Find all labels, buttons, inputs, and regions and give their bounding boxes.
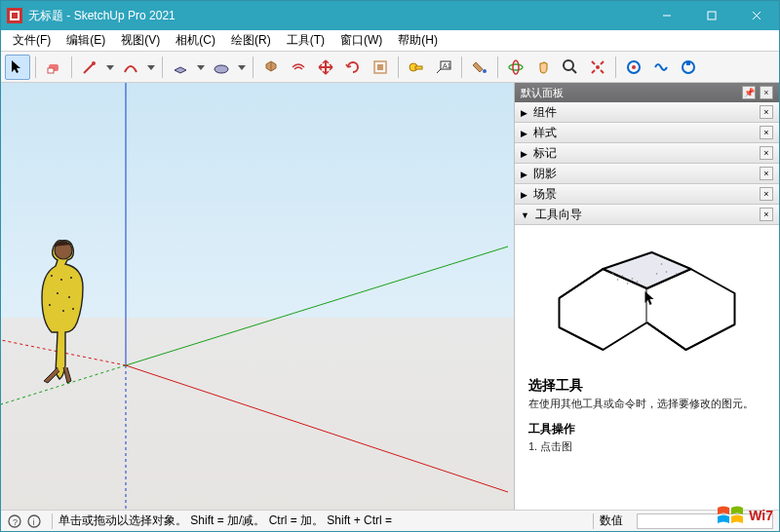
- rotate-tool[interactable]: [340, 55, 366, 80]
- section-close-button[interactable]: ×: [760, 187, 773, 201]
- scale-tool[interactable]: [368, 55, 393, 80]
- svg-point-17: [483, 69, 487, 73]
- svg-point-42: [612, 273, 614, 275]
- status-separator: [593, 513, 594, 529]
- menu-help[interactable]: 帮助(H): [390, 30, 446, 51]
- svg-rect-14: [415, 66, 422, 69]
- offset-tool[interactable]: [286, 55, 311, 80]
- menu-tools[interactable]: 工具(T): [279, 30, 332, 51]
- panel-section-tags[interactable]: ▶标记×: [515, 143, 779, 164]
- toolbar-separator: [497, 57, 498, 78]
- panel-section-scenes[interactable]: ▶场景×: [515, 184, 779, 205]
- circle-dropdown[interactable]: [236, 55, 248, 80]
- toolbar-separator: [461, 57, 462, 78]
- svg-point-35: [60, 279, 62, 281]
- extension-tool[interactable]: [648, 55, 674, 80]
- zoom-tool[interactable]: [558, 55, 583, 80]
- panel-header[interactable]: 默认面板 📌 ×: [515, 83, 779, 102]
- value-input[interactable]: [637, 513, 773, 529]
- circle-tool[interactable]: [209, 55, 234, 80]
- svg-point-22: [596, 65, 600, 69]
- svg-point-9: [92, 61, 96, 65]
- svg-point-10: [214, 65, 228, 73]
- warehouse-tool[interactable]: [621, 55, 646, 80]
- help-icon[interactable]: ?: [7, 513, 22, 529]
- svg-text:i: i: [33, 517, 35, 527]
- panel-section-instructor[interactable]: ▼工具向导×: [515, 205, 779, 225]
- maximize-button[interactable]: [689, 1, 734, 30]
- svg-point-49: [666, 271, 668, 273]
- minimize-button[interactable]: [644, 1, 689, 30]
- svg-point-51: [661, 263, 663, 265]
- svg-line-29: [126, 247, 508, 365]
- toolbar-separator: [162, 57, 163, 78]
- section-close-button[interactable]: ×: [760, 126, 773, 139]
- orbit-tool[interactable]: [503, 55, 528, 80]
- svg-point-45: [617, 279, 619, 281]
- instructor-heading: 选择工具: [528, 377, 765, 395]
- toolbar-separator: [71, 57, 72, 78]
- toolbar-separator: [35, 57, 36, 78]
- section-close-button[interactable]: ×: [760, 146, 773, 160]
- svg-line-21: [572, 69, 576, 73]
- section-close-button[interactable]: ×: [760, 105, 773, 119]
- svg-point-47: [637, 281, 639, 283]
- line-tool[interactable]: [77, 55, 102, 80]
- app-icon: [7, 8, 22, 23]
- svg-point-44: [632, 278, 634, 280]
- pin-icon[interactable]: 📌: [742, 86, 756, 99]
- svg-point-50: [676, 273, 678, 275]
- panel-section-shadows[interactable]: ▶阴影×: [515, 164, 779, 184]
- arc-tool[interactable]: [118, 55, 143, 80]
- panel-close-button[interactable]: ×: [760, 86, 773, 99]
- extension-manager-tool[interactable]: [676, 55, 701, 80]
- paint-tool[interactable]: [467, 55, 492, 80]
- svg-point-20: [564, 60, 573, 70]
- menu-window[interactable]: 窗口(W): [332, 30, 390, 51]
- chevron-right-icon: ▶: [521, 129, 527, 138]
- pushpull-tool[interactable]: [258, 55, 284, 80]
- close-button[interactable]: [734, 1, 779, 30]
- menu-draw[interactable]: 绘图(R): [223, 30, 279, 51]
- svg-point-41: [72, 308, 74, 310]
- status-hint: 单击或拖动以选择对象。 Shift = 加/减。 Ctrl = 加。 Shift…: [58, 513, 587, 529]
- line-dropdown[interactable]: [104, 55, 116, 80]
- section-close-button[interactable]: ×: [760, 167, 773, 180]
- rectangle-dropdown[interactable]: [195, 55, 207, 80]
- move-tool[interactable]: [313, 55, 338, 80]
- arc-dropdown[interactable]: [145, 55, 157, 80]
- tape-tool[interactable]: [404, 55, 429, 80]
- eraser-tool[interactable]: [41, 55, 66, 80]
- statusbar: ? i 单击或拖动以选择对象。 Shift = 加/减。 Ctrl = 加。 S…: [1, 510, 779, 531]
- pan-tool[interactable]: [530, 55, 556, 80]
- select-tool[interactable]: [5, 55, 30, 80]
- text-tool[interactable]: A1: [431, 55, 456, 80]
- section-label: 阴影: [533, 167, 557, 180]
- svg-point-34: [51, 275, 53, 277]
- menu-camera[interactable]: 相机(C): [168, 30, 223, 51]
- section-close-button[interactable]: ×: [760, 208, 773, 221]
- menu-file[interactable]: 文件(F): [5, 30, 58, 51]
- menubar: 文件(F) 编辑(E) 视图(V) 相机(C) 绘图(R) 工具(T) 窗口(W…: [1, 30, 779, 52]
- svg-rect-8: [48, 68, 54, 73]
- svg-point-43: [622, 275, 624, 277]
- viewport[interactable]: [1, 83, 514, 510]
- rectangle-tool[interactable]: [168, 55, 193, 80]
- toolbar: A1: [1, 52, 779, 83]
- svg-text:?: ?: [13, 517, 18, 527]
- menu-edit[interactable]: 编辑(E): [58, 30, 113, 51]
- panel-section-styles[interactable]: ▶样式×: [515, 123, 779, 143]
- panel-section-components[interactable]: ▶组件×: [515, 102, 779, 123]
- menu-view[interactable]: 视图(V): [113, 30, 168, 51]
- svg-point-40: [62, 310, 64, 312]
- main-area: 默认面板 📌 × ▶组件× ▶样式× ▶标记× ▶阴影× ▶场景× ▼工具向导×: [1, 83, 779, 510]
- window-title: 无标题 - SketchUp Pro 2021: [28, 8, 644, 24]
- info-icon[interactable]: i: [26, 513, 42, 529]
- svg-rect-12: [377, 64, 383, 70]
- svg-rect-4: [708, 12, 716, 19]
- zoom-extents-tool[interactable]: [585, 55, 610, 80]
- instructor-sketch: [528, 235, 765, 371]
- chevron-right-icon: ▶: [521, 170, 527, 179]
- default-tray-panel: 默认面板 📌 × ▶组件× ▶样式× ▶标记× ▶阴影× ▶场景× ▼工具向导×: [514, 83, 779, 510]
- panel-title: 默认面板: [521, 86, 564, 100]
